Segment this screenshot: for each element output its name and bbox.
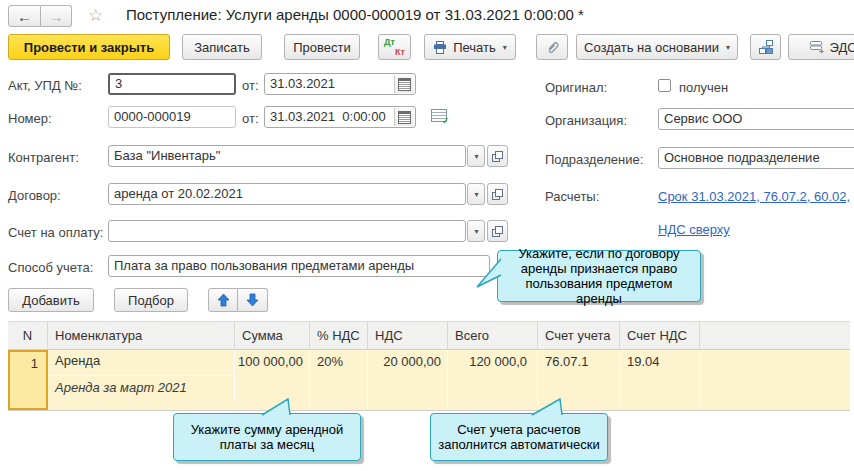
chevron-down-icon: ▾	[474, 227, 478, 236]
move-down-button[interactable]	[238, 288, 268, 312]
organization-label: Организация:	[545, 113, 627, 128]
cell-vat[interactable]: 20 000,00	[368, 350, 448, 406]
cell-filler[interactable]	[700, 350, 850, 406]
cell-total[interactable]: 120 000,0	[448, 350, 538, 406]
forward-icon: →	[49, 8, 64, 25]
callout-tail	[528, 397, 570, 417]
back-icon: ←	[17, 8, 32, 25]
move-up-button[interactable]	[208, 288, 238, 312]
department-input[interactable]: Основное подразделение	[658, 147, 854, 169]
open-form-icon	[492, 189, 503, 200]
accounting-method-input[interactable]: Плата за право пользования предметами ар…	[108, 255, 490, 277]
column-header-vat-account: Счет НДС	[620, 322, 700, 349]
dtkt-button[interactable]: Дт Кт	[378, 34, 411, 60]
act-number-label: Акт, УПД №:	[8, 78, 82, 93]
chevron-down-icon: ▾	[503, 43, 507, 52]
document-structure-button[interactable]	[750, 34, 781, 60]
back-button[interactable]: ←	[8, 5, 41, 27]
attachments-button[interactable]	[536, 34, 568, 60]
department-label: Подразделение:	[545, 152, 643, 167]
arrow-up-icon	[217, 293, 230, 307]
edo-documents-icon	[809, 40, 824, 54]
add-row-button[interactable]: Добавить	[8, 288, 94, 312]
doc-date-input[interactable]: 31.03.2021 0:00:00	[264, 106, 416, 128]
contract-dropdown-button[interactable]: ▾	[467, 183, 485, 205]
write-button[interactable]: Записать	[182, 34, 262, 60]
table-header-row: N Номенклатура Сумма % НДС НДС Всего Сче…	[8, 321, 850, 350]
organization-input[interactable]: Сервис ООО	[658, 108, 854, 130]
contract-open-button[interactable]	[487, 183, 508, 205]
cell-vat-percent[interactable]: 20%	[310, 350, 368, 406]
chevron-down-icon: ▾	[726, 43, 730, 52]
open-form-icon	[492, 151, 503, 162]
invoice-label: Счет на оплату:	[8, 225, 103, 240]
paperclip-icon	[545, 40, 560, 55]
callout-tail	[258, 397, 298, 417]
print-button[interactable]: Печать ▾	[424, 34, 516, 60]
counterparty-input[interactable]: База "Инвентарь"	[108, 145, 466, 167]
callout-tail	[473, 256, 503, 292]
contract-label: Договор:	[8, 188, 61, 203]
act-date-from-label: от:	[242, 78, 259, 93]
column-header-vat-percent: % НДС	[310, 322, 368, 349]
printer-icon	[433, 41, 447, 54]
invoice-open-button[interactable]	[487, 220, 508, 242]
column-header-n: N	[8, 322, 48, 349]
dtkt-icon: Дт Кт	[379, 35, 410, 59]
calculations-label: Расчеты:	[545, 189, 599, 204]
doc-date-from-label: от:	[242, 111, 259, 126]
edo-button[interactable]: ЭДО	[788, 34, 854, 60]
cell-row-number[interactable]: 1	[8, 350, 48, 410]
column-header-account: Счет учета	[538, 322, 620, 349]
set-time-icon[interactable]: ✓	[431, 109, 447, 122]
items-table: N Номенклатура Сумма % НДС НДС Всего Сче…	[8, 321, 850, 411]
column-header-filler	[700, 322, 850, 349]
post-button[interactable]: Провести	[284, 34, 360, 60]
callout-sum-hint: Укажите сумму арендной платы за месяц	[173, 413, 361, 461]
nomenclature-value: Аренда	[48, 350, 234, 376]
chevron-down-icon: ▾	[474, 190, 478, 199]
structure-icon	[758, 39, 774, 55]
number-label: Номер:	[8, 111, 52, 126]
cell-vat-account[interactable]: 19.04	[620, 350, 700, 406]
calendar-icon	[398, 78, 411, 91]
vat-mode-link[interactable]: НДС сверху	[658, 222, 730, 237]
counterparty-open-button[interactable]	[487, 145, 508, 167]
original-received-checkbox[interactable]	[658, 79, 671, 92]
column-header-total: Всего	[448, 322, 538, 349]
chevron-down-icon: ▾	[474, 152, 478, 161]
window: ← → ☆ Поступление: Услуги аренды 0000-00…	[0, 0, 854, 471]
calendar-button[interactable]	[394, 108, 414, 126]
create-on-basis-button[interactable]: Создать на основании ▾	[576, 34, 738, 60]
column-header-sum: Сумма	[235, 322, 310, 349]
act-date-input[interactable]: 31.03.2021	[264, 73, 416, 95]
cell-nomenclature[interactable]: Аренда Аренда за март 2021	[48, 350, 235, 402]
number-input[interactable]: 0000-000019	[108, 106, 236, 128]
calendar-icon	[398, 111, 411, 124]
column-header-vat: НДС	[368, 322, 448, 349]
pick-button[interactable]: Подбор	[114, 288, 188, 312]
callout-accounting-method: Укажите, если по договору аренды признае…	[497, 250, 701, 302]
table-row[interactable]: 1 Аренда Аренда за март 2021 100 000,00 …	[8, 350, 850, 411]
content-value: Аренда за март 2021	[48, 376, 234, 401]
forward-button[interactable]: →	[41, 5, 72, 27]
accounting-method-label: Способ учета:	[8, 260, 93, 275]
counterparty-label: Контрагент:	[8, 150, 79, 165]
calculations-link[interactable]: Срок 31.03.2021, 76.07.2, 60.02,	[658, 189, 854, 204]
counterparty-dropdown-button[interactable]: ▾	[467, 145, 485, 167]
original-label: Оригинал:	[545, 80, 607, 95]
callout-account-hint: Счет учета расчетов заполнится автоматич…	[430, 413, 608, 461]
calendar-button[interactable]	[394, 75, 414, 93]
page-title: Поступление: Услуги аренды 0000-000019 о…	[126, 6, 584, 23]
act-number-input[interactable]: 3	[108, 73, 236, 95]
post-and-close-button[interactable]: Провести и закрыть	[8, 34, 170, 60]
column-header-nomenclature: Номенклатура	[48, 322, 235, 349]
open-form-icon	[492, 226, 503, 237]
invoice-input[interactable]	[108, 220, 466, 242]
arrow-down-icon	[246, 293, 259, 307]
original-checkbox-label: получен	[679, 80, 728, 95]
contract-input[interactable]: аренда от 20.02.2021	[108, 183, 466, 205]
favorite-star-icon[interactable]: ☆	[88, 5, 103, 26]
invoice-dropdown-button[interactable]: ▾	[467, 220, 485, 242]
